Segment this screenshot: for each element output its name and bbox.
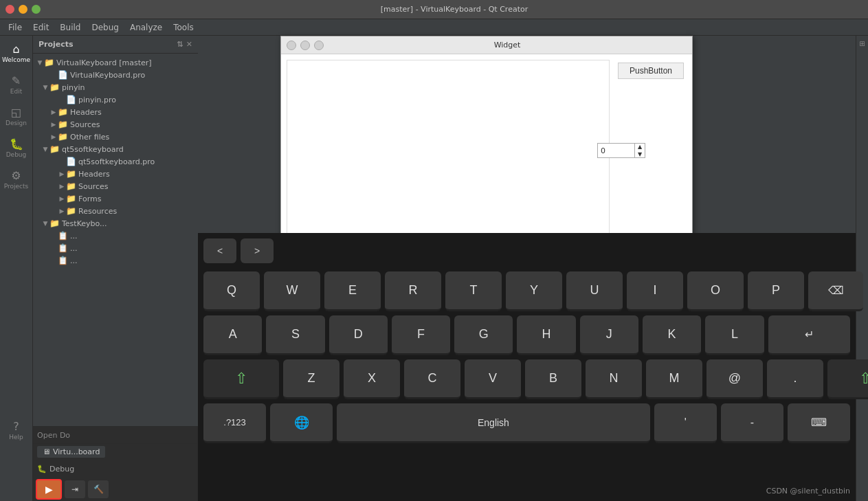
tree-item-file2[interactable]: 📋 ...: [33, 242, 198, 254]
spinbox-arrows: ▲ ▼: [634, 143, 645, 158]
sidebar-item-help[interactable]: ? Help: [1, 416, 32, 446]
menu-debug[interactable]: Debug: [86, 21, 124, 34]
open-doc-tab-virtu[interactable]: 🖥 Virtu...board: [37, 446, 105, 458]
kb-key-at[interactable]: @: [706, 359, 763, 399]
kb-key-i[interactable]: I: [627, 271, 683, 311]
kb-key-t[interactable]: T: [445, 271, 502, 311]
panel-expand-icon[interactable]: ⇅: [177, 40, 183, 49]
kb-key-j[interactable]: J: [580, 315, 638, 355]
widget-max-btn[interactable]: [314, 41, 324, 50]
kb-nav-forward[interactable]: >: [241, 238, 274, 263]
kb-key-shift-left[interactable]: ⇧: [203, 359, 279, 399]
sidebar-item-welcome[interactable]: ⌂ Welcome: [1, 38, 32, 69]
kb-key-apostrophe[interactable]: ': [654, 403, 717, 443]
kb-key-k[interactable]: K: [643, 315, 701, 355]
kb-key-keyboard-toggle[interactable]: ⌨: [788, 403, 850, 443]
tree-item-otherfiles[interactable]: ▶ 📁 Other files: [33, 131, 198, 143]
kb-key-r[interactable]: R: [385, 271, 441, 311]
tree-label: ...: [70, 256, 78, 265]
kb-key-b[interactable]: B: [525, 359, 581, 399]
run-button[interactable]: ▶: [36, 479, 62, 500]
minimize-button[interactable]: [19, 5, 27, 14]
tree-item-file3[interactable]: 📋 ...: [33, 254, 198, 267]
kb-key-m[interactable]: M: [646, 359, 702, 399]
tree-item-sources2[interactable]: ▶ 📁 Sources: [33, 180, 198, 192]
expand-arrow: ▶: [49, 109, 58, 115]
kb-key-v[interactable]: V: [465, 359, 521, 399]
kb-key-p[interactable]: P: [748, 271, 804, 311]
kb-key-y[interactable]: Y: [506, 271, 562, 311]
tree-item-headers2[interactable]: ▶ 📁 Headers: [33, 168, 198, 180]
kb-key-dash[interactable]: -: [721, 403, 783, 443]
kb-key-z[interactable]: Z: [283, 359, 340, 399]
kb-nav-back[interactable]: <: [203, 238, 236, 263]
kb-key-f[interactable]: F: [392, 315, 450, 355]
tree-item-forms[interactable]: ▶ 📁 Forms: [33, 192, 198, 205]
edit-icon: ✎: [12, 76, 21, 87]
spinbox-value[interactable]: 0: [598, 146, 634, 155]
kb-key-globe[interactable]: 🌐: [270, 403, 333, 443]
kb-key-c[interactable]: C: [404, 359, 460, 399]
tree-item-pinyinpro[interactable]: 📄 pinyin.pro: [33, 93, 198, 106]
panel-close-icon[interactable]: ✕: [186, 40, 192, 49]
kb-key-shift-right[interactable]: ⇧: [827, 359, 868, 399]
tree-item-sources1[interactable]: ▶ 📁 Sources: [33, 118, 198, 131]
tree-label: pinyin: [62, 83, 85, 92]
kb-key-h[interactable]: H: [517, 315, 575, 355]
tree-item-virtualkeyboard[interactable]: ▼ 📁 VirtualKeyboard [master]: [33, 56, 198, 69]
widget-close-btn[interactable]: [287, 41, 296, 50]
menu-edit[interactable]: Edit: [27, 21, 54, 34]
kb-key-l[interactable]: L: [705, 315, 764, 355]
kb-key-num-toggle[interactable]: .?123: [203, 403, 266, 443]
kb-key-backspace[interactable]: ⌫: [808, 271, 863, 311]
kb-key-q[interactable]: Q: [203, 271, 260, 311]
kb-key-period[interactable]: .: [767, 359, 823, 399]
tree-item-pinyin[interactable]: ▼ 📁 pinyin: [33, 81, 198, 93]
tree-item-file1[interactable]: 📋 ...: [33, 230, 198, 242]
tree-item-qt5soft[interactable]: ▼ 📁 qt5softkeyboard: [33, 143, 198, 155]
push-button[interactable]: PushButton: [618, 63, 684, 79]
kb-key-a[interactable]: A: [203, 315, 262, 355]
kb-key-g[interactable]: G: [454, 315, 513, 355]
kb-key-w[interactable]: W: [264, 271, 320, 311]
menu-tools[interactable]: Tools: [168, 21, 199, 34]
run-section: ▶ ⇥ 🔨: [33, 478, 197, 501]
right-panel-expand[interactable]: ⊞: [858, 38, 866, 49]
menu-file[interactable]: File: [3, 21, 27, 34]
kb-key-u[interactable]: U: [566, 271, 623, 311]
kb-key-space[interactable]: English: [337, 403, 650, 443]
kb-key-x[interactable]: X: [344, 359, 400, 399]
sidebar-item-edit[interactable]: ✎ Edit: [1, 70, 32, 100]
kb-key-n[interactable]: N: [586, 359, 642, 399]
panel-header-controls[interactable]: ⇅ ✕: [177, 40, 192, 49]
bottom-tool-debug[interactable]: 🐛 Debug: [33, 460, 197, 478]
sidebar-item-projects[interactable]: ⚙ Projects: [1, 165, 32, 195]
kb-key-d[interactable]: D: [329, 315, 388, 355]
maximize-button[interactable]: [32, 5, 41, 14]
widget-min-btn[interactable]: [300, 41, 310, 50]
kb-key-e[interactable]: E: [324, 271, 381, 311]
tree-label: TestKeybo...: [62, 219, 107, 228]
menu-build[interactable]: Build: [54, 21, 86, 34]
kb-key-s[interactable]: S: [266, 315, 324, 355]
kb-key-o[interactable]: O: [687, 271, 744, 311]
spin-up[interactable]: ▲: [635, 143, 645, 151]
tree-label: VirtualKeyboard [master]: [56, 58, 152, 67]
tree-label: Forms: [78, 194, 101, 203]
tree-item-testkb[interactable]: ▼ 📁 TestKeybo...: [33, 217, 198, 230]
sidebar-item-design[interactable]: ◱ Design: [1, 102, 32, 132]
tree-item-vkpro[interactable]: 📄 VirtualKeyboard.pro: [33, 69, 198, 81]
build-button[interactable]: 🔨: [88, 480, 109, 498]
tree-item-headers1[interactable]: ▶ 📁 Headers: [33, 106, 198, 118]
close-button[interactable]: [5, 5, 14, 14]
menu-analyze[interactable]: Analyze: [124, 21, 168, 34]
spin-down[interactable]: ▼: [635, 151, 645, 158]
kb-key-enter[interactable]: ↵: [768, 315, 850, 355]
step-button[interactable]: ⇥: [65, 480, 85, 498]
tree-item-qt5pro[interactable]: 📄 qt5softkeyboard.pro: [33, 155, 198, 168]
sidebar-item-debug[interactable]: 🐛 Debug: [1, 133, 32, 164]
tree-item-resources[interactable]: ▶ 📁 Resources: [33, 205, 198, 217]
tree-label: ...: [70, 244, 78, 253]
spinbox[interactable]: 0 ▲ ▼: [597, 143, 645, 158]
window-controls[interactable]: [5, 5, 41, 14]
